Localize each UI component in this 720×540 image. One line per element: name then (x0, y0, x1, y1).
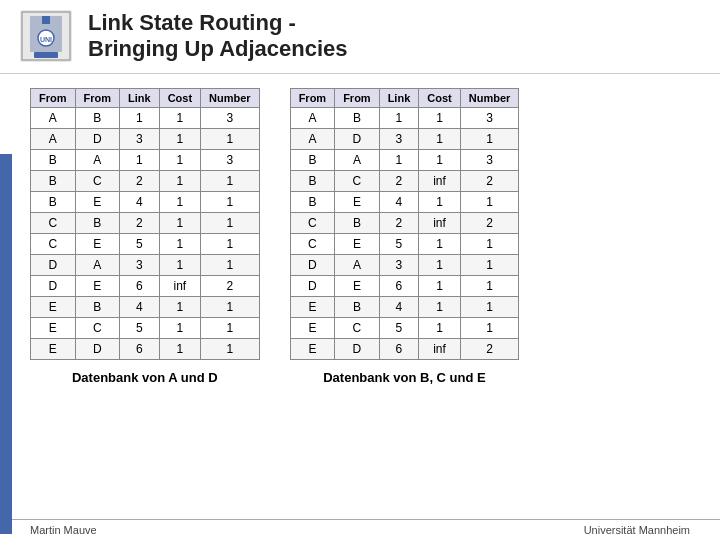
table-row: EC511 (290, 317, 519, 338)
table2-label: Datenbank von B, C und E (290, 370, 520, 385)
table-row: BA113 (31, 149, 260, 170)
table-cell: E (335, 275, 380, 296)
table-cell: 1 (201, 191, 260, 212)
header: UNI Link State Routing - Bringing Up Adj… (0, 0, 720, 74)
table-row: DA311 (31, 254, 260, 275)
table-cell: 1 (460, 275, 519, 296)
table-row: CB2inf2 (290, 212, 519, 233)
table-cell: B (290, 170, 335, 191)
table-cell: 1 (159, 107, 200, 128)
table1-section: From From Link Cost Number AB113AD311BA1… (30, 88, 260, 513)
table-cell: 1 (460, 296, 519, 317)
table-cell: C (290, 233, 335, 254)
table1-col-from1: From (31, 88, 76, 107)
table-cell: E (290, 296, 335, 317)
table-cell: D (75, 128, 120, 149)
table-cell: 3 (120, 128, 160, 149)
svg-text:UNI: UNI (40, 36, 52, 43)
table-cell: C (290, 212, 335, 233)
table-cell: A (335, 149, 380, 170)
table-cell: 1 (419, 317, 460, 338)
table-cell: 1 (460, 233, 519, 254)
footer-left: Martin Mauve (30, 524, 97, 536)
table-cell: 1 (460, 317, 519, 338)
table-cell: 1 (201, 317, 260, 338)
table-cell: 6 (120, 275, 160, 296)
table-cell: 1 (201, 254, 260, 275)
table1-col-cost: Cost (159, 88, 200, 107)
table-cell: 1 (159, 233, 200, 254)
table-row: CE511 (290, 233, 519, 254)
table-cell: 1 (419, 107, 460, 128)
table-cell: 4 (120, 296, 160, 317)
table-cell: inf (419, 212, 460, 233)
table-cell: 1 (159, 170, 200, 191)
table-cell: 1 (120, 149, 160, 170)
table-cell: 3 (460, 107, 519, 128)
table-cell: 1 (419, 296, 460, 317)
table-cell: C (75, 317, 120, 338)
table-cell: E (75, 191, 120, 212)
table-cell: D (31, 275, 76, 296)
table-cell: 3 (201, 149, 260, 170)
table-cell: B (31, 170, 76, 191)
table1-col-number: Number (201, 88, 260, 107)
table-cell: E (31, 338, 76, 359)
table2: From From Link Cost Number AB113AD311BA1… (290, 88, 520, 360)
page-title: Link State Routing - Bringing Up Adjacen… (88, 10, 348, 63)
table-cell: B (290, 191, 335, 212)
table-cell: D (290, 275, 335, 296)
table-cell: D (335, 128, 380, 149)
table-cell: B (75, 212, 120, 233)
table-cell: 1 (379, 149, 419, 170)
table-cell: B (75, 107, 120, 128)
table-cell: 1 (159, 296, 200, 317)
table-row: BA113 (290, 149, 519, 170)
table-cell: 6 (379, 275, 419, 296)
table-cell: 3 (379, 128, 419, 149)
table-cell: inf (159, 275, 200, 296)
table-cell: 3 (460, 149, 519, 170)
table2-col-link: Link (379, 88, 419, 107)
table-row: BC211 (31, 170, 260, 191)
table-cell: 1 (460, 254, 519, 275)
table-row: AD311 (31, 128, 260, 149)
table-cell: 6 (379, 338, 419, 359)
table-cell: 1 (460, 128, 519, 149)
table-row: AB113 (290, 107, 519, 128)
table-cell: 2 (379, 212, 419, 233)
table-cell: 1 (419, 254, 460, 275)
table1-col-link: Link (120, 88, 160, 107)
table-cell: inf (419, 338, 460, 359)
table-cell: 5 (120, 317, 160, 338)
table-cell: 1 (201, 338, 260, 359)
table-cell: inf (419, 170, 460, 191)
table-cell: 2 (460, 338, 519, 359)
table-cell: E (75, 233, 120, 254)
table-cell: D (335, 338, 380, 359)
table-cell: 1 (201, 170, 260, 191)
table-cell: 4 (120, 191, 160, 212)
table-cell: B (31, 149, 76, 170)
table-cell: E (335, 233, 380, 254)
table-row: BE411 (290, 191, 519, 212)
table-cell: C (335, 170, 380, 191)
table-cell: B (335, 296, 380, 317)
table-cell: B (335, 212, 380, 233)
table-cell: 1 (379, 107, 419, 128)
table-cell: 2 (120, 170, 160, 191)
table-cell: 1 (201, 128, 260, 149)
table2-header-row: From From Link Cost Number (290, 88, 519, 107)
table-row: CB211 (31, 212, 260, 233)
table-row: ED6inf2 (290, 338, 519, 359)
table-cell: 3 (201, 107, 260, 128)
table-cell: E (290, 338, 335, 359)
table-cell: 1 (201, 296, 260, 317)
table-row: BC2inf2 (290, 170, 519, 191)
table-cell: 1 (159, 338, 200, 359)
table-cell: 3 (379, 254, 419, 275)
table-cell: 1 (201, 233, 260, 254)
table-cell: 6 (120, 338, 160, 359)
table2-section: From From Link Cost Number AB113AD311BA1… (290, 88, 520, 513)
table-cell: 1 (419, 275, 460, 296)
